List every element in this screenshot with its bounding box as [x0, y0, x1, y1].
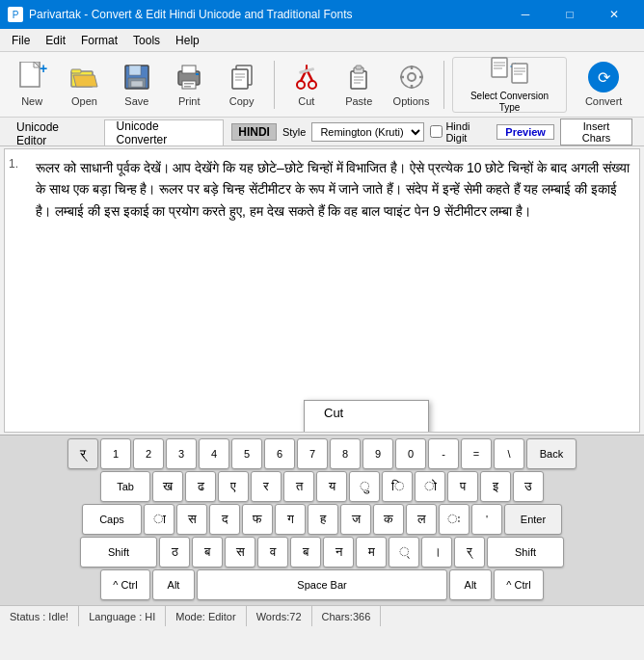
svg-point-21	[297, 81, 305, 89]
kb-key-3[interactable]: 3	[166, 438, 197, 469]
kb-key-tab[interactable]: Tab	[100, 471, 150, 502]
new-button[interactable]: + New	[8, 57, 56, 113]
open-button[interactable]: Open	[60, 57, 108, 113]
kb-key-pa[interactable]: प	[447, 471, 478, 502]
insert-chars-button[interactable]: Insert Chars	[560, 119, 632, 145]
svg-rect-5	[71, 69, 81, 73]
toolbar-separator	[274, 61, 275, 109]
tab-unicode-editor[interactable]: Unicode Editor	[4, 120, 104, 145]
kb-key-ta[interactable]: त	[283, 471, 314, 502]
kb-key-u[interactable]: उ	[513, 471, 544, 502]
menu-tools[interactable]: Tools	[125, 32, 168, 49]
kb-key-enter[interactable]: Enter	[504, 504, 562, 535]
status-bar: Status : Idle! Language : HI Mode: Edito…	[0, 605, 644, 626]
kb-key-e[interactable]: ए	[218, 471, 249, 502]
options-button[interactable]: Options	[387, 57, 435, 113]
kb-key-ja[interactable]: ज	[340, 504, 371, 535]
menu-file[interactable]: File	[4, 32, 38, 49]
kb-key-shift-left[interactable]: Shift	[80, 537, 157, 568]
kb-key-backspace[interactable]: Back	[526, 438, 577, 469]
menu-help[interactable]: Help	[168, 32, 207, 49]
kb-key-6[interactable]: 6	[264, 438, 295, 469]
kb-key-0[interactable]: 0	[395, 438, 426, 469]
kb-key-sa2[interactable]: स	[225, 537, 255, 568]
kb-key-7[interactable]: 7	[297, 438, 328, 469]
kb-key-ra[interactable]: र	[251, 471, 282, 502]
kb-key-i[interactable]: इ	[480, 471, 511, 502]
copy-button[interactable]: Copy	[217, 57, 265, 113]
kb-key-apostrophe[interactable]: '	[471, 504, 502, 535]
kb-key-ma[interactable]: म	[356, 537, 387, 568]
kb-key-caps[interactable]: Caps	[82, 504, 142, 535]
kb-key-ctrl-right[interactable]: ^ Ctrl	[494, 569, 544, 600]
kb-key-tha[interactable]: ठ	[159, 537, 190, 568]
kb-key-ra-virama2[interactable]: र्	[454, 537, 485, 568]
kb-key-danda[interactable]: ।	[421, 537, 452, 568]
save-button[interactable]: Save	[113, 57, 161, 113]
cut-button[interactable]: Cut	[282, 57, 331, 113]
kb-key-pha[interactable]: फ	[242, 504, 273, 535]
hindi-digit-checkbox[interactable]	[430, 125, 443, 138]
kb-key-ba2[interactable]: ब	[290, 537, 321, 568]
kb-key-ga[interactable]: ग	[275, 504, 306, 535]
status-idle-text: Status : Idle!	[10, 611, 68, 622]
paste-label: Paste	[345, 95, 372, 107]
kb-key-equals[interactable]: =	[461, 438, 492, 469]
kb-key-2[interactable]: 2	[133, 438, 164, 469]
kb-key-aa-matra[interactable]: ा	[144, 504, 174, 535]
kb-key-da[interactable]: द	[209, 504, 240, 535]
kb-key-i-matra[interactable]: ि	[382, 471, 413, 502]
kb-key-ra-virama[interactable]: र्	[67, 438, 98, 469]
convert-button[interactable]: ⟳ Convert	[571, 57, 636, 113]
kb-key-alt-left[interactable]: Alt	[152, 569, 195, 600]
editor-area[interactable]: 1. रूलर को साधानी पूर्वक देखें। आप देखें…	[4, 148, 640, 433]
kb-key-va[interactable]: व	[257, 537, 288, 568]
kb-key-ctrl-left[interactable]: ^ Ctrl	[100, 569, 150, 600]
svg-rect-17	[232, 69, 248, 89]
menu-format-label: Format	[81, 34, 118, 47]
kb-key-ddha[interactable]: ढ	[185, 471, 216, 502]
close-button[interactable]: ✕	[592, 0, 636, 29]
tab-unicode-converter-label: Unicode Converter	[117, 119, 212, 146]
print-button[interactable]: Print	[165, 57, 213, 113]
kb-key-5[interactable]: 5	[231, 438, 262, 469]
ctx-copy[interactable]: Copy	[305, 425, 428, 433]
kb-key-space[interactable]: Space Bar	[197, 569, 447, 600]
menu-format[interactable]: Format	[73, 32, 125, 49]
kb-key-9[interactable]: 9	[362, 438, 393, 469]
style-select[interactable]: Remington (Kruti)	[311, 122, 424, 142]
kb-key-8[interactable]: 8	[330, 438, 361, 469]
kb-key-sa[interactable]: स	[176, 504, 207, 535]
kb-key-minus[interactable]: -	[428, 438, 459, 469]
select-conversion-button[interactable]: Select Conversion Type	[452, 57, 568, 113]
minimize-button[interactable]: ─	[503, 0, 548, 29]
kb-key-1[interactable]: 1	[100, 438, 131, 469]
kb-key-la[interactable]: ल	[406, 504, 437, 535]
kb-key-visarga[interactable]: ः	[439, 504, 470, 535]
kb-key-ba[interactable]: ब	[192, 537, 223, 568]
kb-key-halant[interactable]: ्	[389, 537, 419, 568]
kb-key-4[interactable]: 4	[199, 438, 229, 469]
tab-controls: HINDI Style Remington (Kruti) Hindi Digi…	[224, 118, 640, 145]
maximize-button[interactable]: □	[548, 0, 592, 29]
svg-point-33	[401, 66, 422, 88]
kb-key-shift-right[interactable]: Shift	[487, 537, 564, 568]
kb-key-ha[interactable]: ह	[308, 504, 338, 535]
kb-key-o-matra[interactable]: ो	[415, 471, 445, 502]
menu-edit[interactable]: Edit	[38, 32, 73, 49]
kb-key-kha[interactable]: ख	[152, 471, 183, 502]
kb-key-na[interactable]: न	[323, 537, 354, 568]
hindi-digit-checkbox-label[interactable]: Hindi Digit	[430, 120, 491, 144]
svg-rect-11	[182, 66, 196, 73]
menu-file-label: File	[12, 34, 30, 47]
status-language-text: Language : HI	[89, 611, 155, 622]
kb-key-alt-right[interactable]: Alt	[449, 569, 492, 600]
ctx-cut[interactable]: Cut	[305, 401, 428, 425]
paste-button[interactable]: Paste	[335, 57, 383, 113]
kb-key-backslash[interactable]: \	[494, 438, 524, 469]
kb-key-ka[interactable]: क	[373, 504, 404, 535]
kb-key-u-matra[interactable]: ु	[349, 471, 380, 502]
tab-unicode-converter[interactable]: Unicode Converter	[104, 119, 225, 145]
preview-button[interactable]: Preview	[496, 124, 554, 140]
kb-key-ya[interactable]: य	[316, 471, 347, 502]
